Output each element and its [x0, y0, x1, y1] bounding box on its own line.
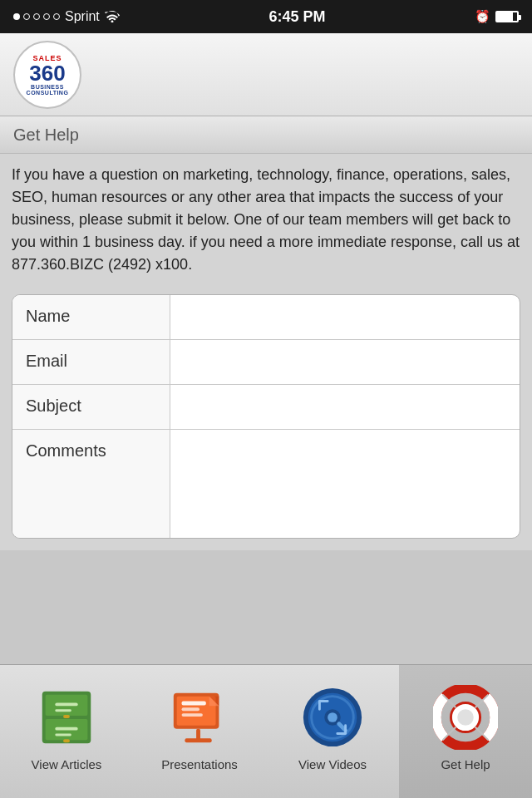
presentations-icon	[166, 684, 233, 751]
svg-rect-6	[55, 733, 71, 736]
comments-label: Comments	[12, 430, 170, 538]
battery-icon	[495, 11, 519, 22]
svg-rect-7	[63, 715, 70, 718]
tab-articles-label: View Articles	[32, 757, 102, 771]
tab-view-articles[interactable]: View Articles	[0, 665, 133, 798]
comments-input[interactable]	[179, 436, 511, 506]
svg-rect-3	[55, 702, 77, 706]
dot-3	[33, 13, 40, 20]
videos-icon	[299, 684, 366, 751]
comments-row: Comments	[12, 430, 520, 538]
svg-rect-4	[55, 709, 71, 712]
subject-input[interactable]	[179, 392, 511, 409]
signal-dots	[13, 13, 60, 20]
tab-presentations[interactable]: Presentations	[133, 665, 266, 798]
dot-5	[53, 13, 60, 20]
tab-help-label: Get Help	[441, 757, 490, 771]
contact-form: Name Email Subject Comments	[12, 294, 520, 539]
app-header: SALES 360 BUSINESS CONSULTING	[0, 33, 532, 116]
svg-rect-12	[182, 707, 200, 711]
section-header: Get Help	[0, 116, 532, 154]
email-input-cell	[170, 340, 520, 384]
battery-fill	[497, 12, 513, 21]
content-area: If you have a question on marketing, tec…	[0, 154, 532, 286]
time-display: 6:45 PM	[268, 8, 325, 26]
dot-1	[13, 13, 20, 20]
description-text: If you have a question on marketing, tec…	[12, 164, 520, 276]
svg-rect-11	[182, 701, 206, 705]
svg-rect-13	[182, 713, 203, 717]
dot-4	[43, 13, 50, 20]
status-right: ⏰	[475, 9, 519, 24]
subject-row: Subject	[12, 385, 520, 430]
logo-business: BUSINESS	[31, 84, 64, 90]
status-bar: Sprint 6:45 PM ⏰	[0, 0, 532, 33]
carrier-label: Sprint	[65, 9, 100, 24]
svg-rect-5	[55, 727, 77, 730]
svg-point-21	[328, 712, 337, 722]
name-label: Name	[12, 295, 170, 339]
email-input[interactable]	[179, 347, 511, 364]
alarm-icon: ⏰	[475, 9, 490, 24]
logo-text: SALES 360 BUSINESS CONSULTING	[27, 54, 69, 96]
status-left: Sprint	[13, 9, 120, 24]
section-title: Get Help	[13, 126, 79, 144]
logo-number: 360	[29, 62, 65, 84]
wifi-icon	[105, 11, 120, 22]
logo-inner: SALES 360 BUSINESS CONSULTING	[18, 46, 76, 104]
articles-icon	[33, 684, 100, 751]
name-row: Name	[12, 295, 520, 340]
subject-input-cell	[170, 385, 520, 429]
tab-videos-label: View Videos	[298, 757, 367, 771]
help-icon	[432, 684, 499, 751]
subject-label: Subject	[12, 385, 170, 429]
tab-presentations-label: Presentations	[161, 757, 238, 771]
dot-2	[23, 13, 30, 20]
email-row: Email	[12, 340, 520, 385]
email-label: Email	[12, 340, 170, 384]
svg-rect-15	[185, 738, 211, 742]
logo: SALES 360 BUSINESS CONSULTING	[13, 41, 81, 109]
tab-bar: View Articles Presentations	[0, 664, 532, 798]
svg-rect-14	[196, 728, 200, 740]
form-container: Name Email Subject Comments	[0, 286, 532, 550]
svg-rect-8	[63, 739, 70, 742]
logo-consulting: CONSULTING	[27, 90, 69, 96]
tab-get-help[interactable]: Get Help	[399, 665, 532, 798]
tab-view-videos[interactable]: View Videos	[266, 665, 399, 798]
comments-input-cell	[170, 430, 520, 538]
name-input-cell	[170, 295, 520, 339]
name-input[interactable]	[179, 302, 511, 319]
svg-point-27	[457, 709, 474, 726]
